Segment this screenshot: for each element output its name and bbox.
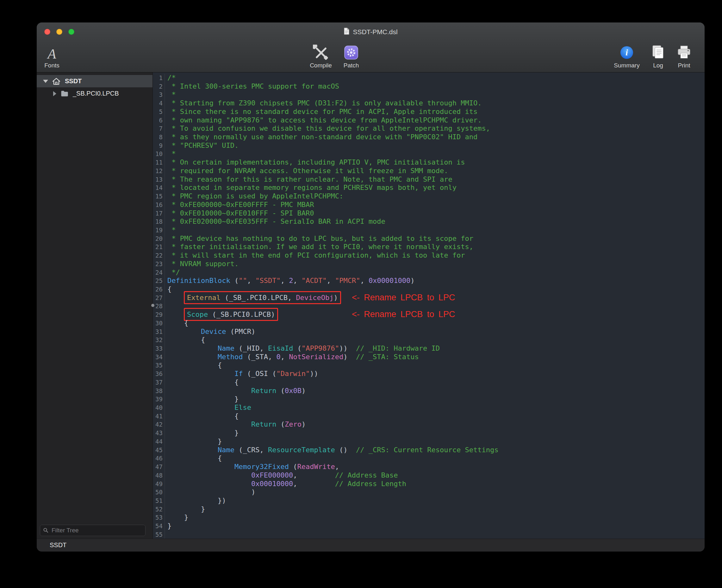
code-line: 18 * 0xFE020000~0xFE035FFF - SerialIo BA… — [153, 217, 705, 226]
log-pages-icon — [651, 45, 666, 61]
line-number: 7 — [153, 124, 165, 133]
rename-annotation: <- Rename LPCB to LPC — [352, 310, 455, 319]
line-number: 29 — [153, 311, 165, 319]
code-line: 53 } — [153, 513, 705, 522]
line-number: 51 — [153, 497, 165, 505]
code-line: 10 * — [153, 150, 705, 158]
title-bar: SSDT-PMC.dsl A Fonts — [37, 22, 705, 72]
line-number: 16 — [153, 201, 165, 209]
print-label: Print — [678, 62, 690, 69]
red-annotation-box: External (_SB_.PCI0.LPCB, DeviceObj) — [185, 292, 340, 303]
line-number: 2 — [153, 82, 165, 91]
line-number: 3 — [153, 90, 165, 99]
line-number: 26 — [153, 285, 165, 294]
print-button[interactable]: Print — [665, 43, 703, 69]
line-number: 50 — [153, 488, 165, 497]
code-line: 42 Return (Zero) — [153, 420, 705, 429]
line-number: 25 — [153, 277, 165, 285]
code-line: 11 * On certain implementations, includi… — [153, 158, 705, 167]
code-line: 51 }) — [153, 497, 705, 505]
line-number: 31 — [153, 328, 165, 336]
code-line: 27 External (_SB_.PCI0.LPCB, DeviceObj)<… — [153, 294, 705, 302]
code-line: 30 { — [153, 319, 705, 328]
code-line: 20 * PMC device has nothing to do to LPC… — [153, 234, 705, 243]
patch-button[interactable]: Patch — [332, 43, 370, 69]
code-editor[interactable]: 1/*2 * Intel 300-series PMC support for … — [153, 72, 705, 539]
info-icon: i — [619, 45, 634, 61]
line-number: 42 — [153, 420, 165, 429]
chevron-right-icon[interactable] — [53, 91, 56, 96]
code-line: 34 Method (_STA, 0, NotSerialized) // _S… — [153, 353, 705, 361]
fonts-button[interactable]: A Fonts — [37, 43, 71, 69]
code-line: 44 } — [153, 437, 705, 446]
line-number: 27 — [153, 294, 165, 302]
code-line: 35 { — [153, 361, 705, 370]
line-number: 17 — [153, 209, 165, 218]
sidebar-item-ssdt-root[interactable]: SSDT — [37, 75, 152, 87]
line-number: 34 — [153, 353, 165, 361]
folder-icon — [61, 90, 68, 97]
code-line: 16 * 0xFE000000~0xFE00FFFF - PMC MBAR — [153, 201, 705, 209]
log-label: Log — [653, 62, 663, 69]
printer-icon — [676, 45, 692, 61]
line-number: 1 — [153, 74, 165, 82]
line-number: 35 — [153, 361, 165, 370]
code-line: 38 Return (0x0B) — [153, 387, 705, 395]
home-icon — [52, 78, 60, 85]
code-line: 5 * Since there is no standard device fo… — [153, 108, 705, 116]
compile-tools-icon — [313, 45, 329, 61]
line-number: 46 — [153, 454, 165, 463]
code-line: 52 } — [153, 505, 705, 513]
code-line: 24 */ — [153, 268, 705, 277]
line-number: 5 — [153, 108, 165, 116]
line-number: 13 — [153, 175, 165, 184]
line-number: 55 — [153, 530, 165, 539]
summary-label: Summary — [614, 62, 639, 69]
filter-tree-input[interactable] — [40, 525, 146, 536]
patch-label: Patch — [344, 62, 359, 69]
code-line: 31 Device (PMCR) — [153, 328, 705, 336]
line-number: 36 — [153, 370, 165, 378]
code-line: 37 { — [153, 378, 705, 387]
line-number: 15 — [153, 192, 165, 201]
line-number: 20 — [153, 234, 165, 243]
chevron-down-icon[interactable] — [43, 80, 48, 83]
code-line: 15 * PMC region is used by AppleIntelPCH… — [153, 192, 705, 201]
code-line: 49 0x00010000, // Address Length — [153, 480, 705, 488]
red-annotation-box: Scope (_SB.PCI0.LPCB) — [185, 309, 277, 320]
code-line: 47 Memory32Fixed (ReadWrite, — [153, 463, 705, 471]
code-line: 17 * 0xFE010000~0xFE010FFF - SPI BAR0 — [153, 209, 705, 218]
line-number: 38 — [153, 387, 165, 395]
patch-icon — [344, 45, 359, 61]
code-line: 23 * NVRAM support. — [153, 260, 705, 268]
code-line: 8 * as they normally use another non-sta… — [153, 133, 705, 142]
rename-annotation: <- Rename LPCB to LPC — [352, 293, 455, 302]
line-number: 8 — [153, 133, 165, 142]
line-number: 39 — [153, 395, 165, 403]
line-number: 12 — [153, 167, 165, 175]
code-line: 39 } — [153, 395, 705, 403]
code-line: 48 0xFE000000, // Address Base — [153, 471, 705, 480]
line-number: 22 — [153, 251, 165, 260]
line-number: 19 — [153, 226, 165, 234]
code-lines: 1/*2 * Intel 300-series PMC support for … — [153, 74, 705, 539]
line-number: 47 — [153, 463, 165, 471]
code-line: 54} — [153, 522, 705, 530]
line-number: 52 — [153, 505, 165, 513]
splitter-handle[interactable] — [151, 304, 154, 307]
line-number: 32 — [153, 336, 165, 344]
code-line: 46 { — [153, 454, 705, 463]
sidebar-item-sb-pci0-lpcb[interactable]: _SB.PCI0.LPCB — [37, 87, 152, 100]
line-number: 40 — [153, 403, 165, 412]
code-line: 4 * Starting from Z390 chipsets PMC (D31… — [153, 99, 705, 108]
code-line: 55 — [153, 530, 705, 539]
line-number: 33 — [153, 344, 165, 353]
code-line: 2 * Intel 300-series PMC support for mac… — [153, 82, 705, 91]
code-line: 36 If (_OSI ("Darwin")) — [153, 370, 705, 378]
code-line: 33 Name (_HID, EisaId ("APP9876")) // _H… — [153, 344, 705, 353]
code-line: 19 * — [153, 226, 705, 234]
fonts-icon: A — [48, 47, 56, 61]
line-number: 14 — [153, 184, 165, 192]
compile-label: Compile — [310, 62, 332, 69]
code-line: 40 Else — [153, 403, 705, 412]
